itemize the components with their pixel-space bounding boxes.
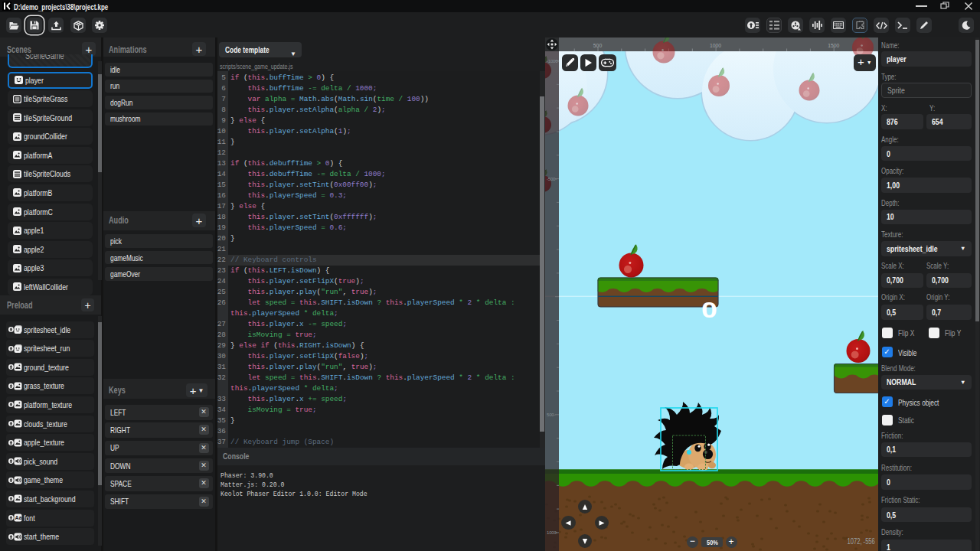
svg-text:1000: 1000 <box>710 43 721 48</box>
svg-text:500: 500 <box>593 43 603 48</box>
svg-text:1000-: 1000- <box>547 530 558 535</box>
svg-text:0: 0 <box>701 297 717 323</box>
svg-text:500-: 500- <box>547 412 555 417</box>
svg-text:Aa: Aa <box>15 515 22 520</box>
svg-text:1500: 1500 <box>828 43 839 48</box>
svg-text:-500-: -500- <box>547 177 557 181</box>
svg-text:-1000-: -1000- <box>547 59 559 64</box>
